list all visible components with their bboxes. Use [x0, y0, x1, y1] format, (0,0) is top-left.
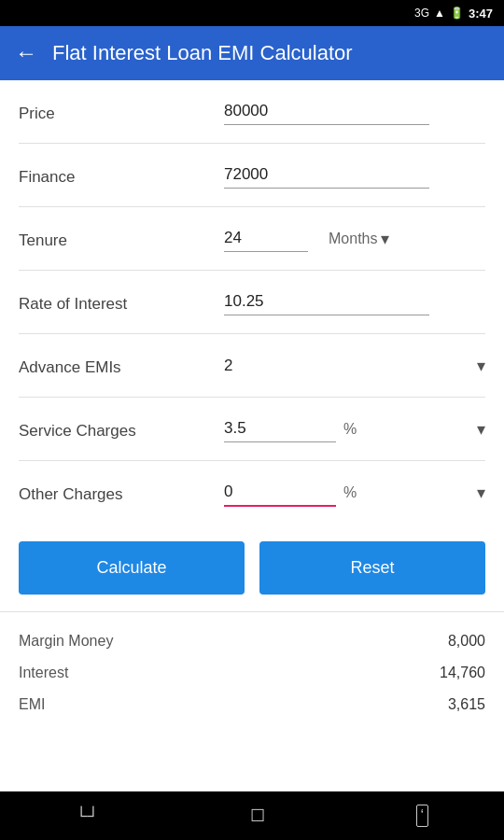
margin-money-label: Margin Money: [19, 633, 113, 650]
price-label: Price: [19, 101, 224, 123]
emi-row: EMI 3,615: [19, 689, 485, 721]
battery-icon: 🔋: [450, 7, 464, 20]
time-display: 3:47: [469, 7, 493, 21]
finance-input-wrapper: [224, 161, 485, 189]
interest-label: Interest: [19, 665, 68, 681]
advance-emis-row: Advance EMIs 2 ▾: [19, 334, 485, 398]
calculate-button[interactable]: Calculate: [19, 541, 245, 595]
rate-label: Rate of Interest: [19, 291, 224, 314]
results-section: Margin Money 8,000 Interest 14,760 EMI 3…: [0, 611, 504, 730]
home-nav-icon[interactable]: ☐: [250, 805, 265, 826]
service-charges-dropdown-arrow[interactable]: ▾: [477, 419, 485, 440]
form-section: Price Finance Tenure Months ▾ Rate of In…: [0, 80, 504, 525]
price-input[interactable]: [224, 98, 429, 125]
other-charges-wrapper: % ▾: [224, 479, 485, 507]
interest-row: Interest 14,760: [19, 657, 485, 689]
emi-value: 3,615: [448, 696, 485, 713]
tenure-label: Tenure: [19, 228, 224, 250]
price-row: Price: [19, 80, 485, 144]
other-charges-dropdown-arrow[interactable]: ▾: [477, 483, 485, 503]
app-bar: ← Flat Interest Loan EMI Calculator: [0, 26, 504, 80]
recents-nav-icon[interactable]: ‘: [416, 805, 429, 827]
back-nav-icon[interactable]: └┘: [76, 806, 100, 826]
service-charges-unit: %: [343, 421, 357, 438]
tenure-dropdown-arrow[interactable]: ▾: [381, 229, 389, 249]
tenure-input-wrapper: Months ▾: [224, 225, 485, 252]
service-charges-wrapper: % ▾: [224, 415, 485, 442]
other-charges-input[interactable]: [224, 479, 336, 507]
other-charges-label: Other Charges: [19, 482, 224, 504]
network-label: 3G: [414, 7, 429, 20]
tenure-row: Tenure Months ▾: [19, 207, 485, 271]
finance-label: Finance: [19, 164, 224, 187]
signal-bars-icon: ▲: [434, 7, 445, 20]
margin-money-value: 8,000: [448, 633, 485, 650]
advance-emis-dropdown-arrow[interactable]: ▾: [477, 356, 485, 376]
button-row: Calculate Reset: [0, 525, 504, 611]
finance-row: Finance: [19, 144, 485, 207]
bottom-nav: └┘ ☐ ‘: [0, 791, 504, 840]
emi-label: EMI: [19, 696, 45, 713]
finance-input[interactable]: [224, 161, 429, 189]
back-button[interactable]: ←: [15, 40, 37, 66]
price-input-wrapper: [224, 98, 485, 125]
other-charges-row: Other Charges % ▾: [19, 461, 485, 525]
margin-money-row: Margin Money 8,000: [19, 625, 485, 657]
advance-emis-wrapper: 2 ▾: [224, 356, 485, 376]
other-charges-unit: %: [343, 484, 357, 501]
tenure-unit-label: Months: [329, 231, 377, 247]
status-icons: 3G ▲ 🔋 3:47: [414, 7, 493, 21]
advance-emis-value: 2: [224, 357, 469, 375]
reset-button[interactable]: Reset: [259, 541, 485, 595]
status-bar: 3G ▲ 🔋 3:47: [0, 0, 504, 26]
tenure-input[interactable]: [224, 225, 308, 252]
interest-value: 14,760: [440, 665, 485, 681]
rate-input-wrapper: [224, 288, 485, 315]
advance-emis-label: Advance EMIs: [19, 355, 224, 377]
service-charges-row: Service Charges % ▾: [19, 398, 485, 461]
service-charges-input[interactable]: [224, 415, 336, 442]
app-title: Flat Interest Loan EMI Calculator: [52, 41, 353, 65]
rate-input[interactable]: [224, 288, 429, 315]
rate-row: Rate of Interest: [19, 271, 485, 334]
service-charges-label: Service Charges: [19, 418, 224, 441]
tenure-unit-container: Months ▾: [329, 229, 389, 249]
